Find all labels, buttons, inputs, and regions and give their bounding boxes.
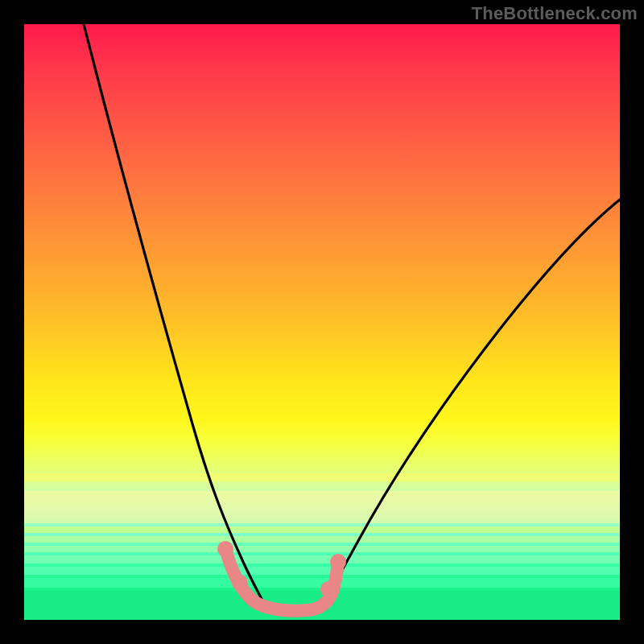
plot-area — [24, 24, 620, 620]
left-curve — [84, 24, 264, 604]
chart-container: TheBottleneck.com — [0, 0, 644, 644]
highlight-dot-right-mid — [320, 581, 336, 597]
highlight-dot-right — [330, 554, 346, 570]
chart-svg — [24, 24, 620, 620]
watermark-text: TheBottleneck.com — [472, 3, 638, 24]
highlight-dot-left-mid — [232, 575, 248, 591]
highlight-dot-left — [217, 541, 233, 557]
right-curve — [324, 200, 620, 604]
